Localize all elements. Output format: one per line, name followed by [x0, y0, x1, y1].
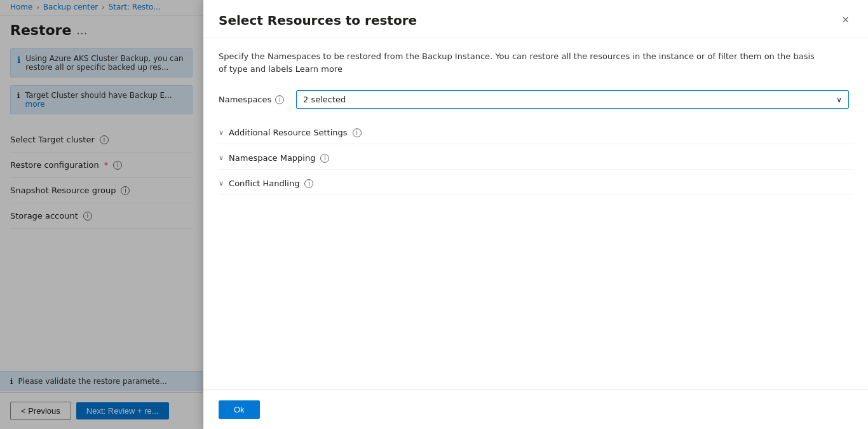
namespace-mapping-header[interactable]: ∨ Namespace Mapping i [219, 147, 853, 170]
modal-body: Specify the Namespaces to be restored fr… [203, 37, 868, 390]
modal-footer: Ok [203, 390, 868, 429]
ok-button[interactable]: Ok [219, 400, 260, 419]
conflict-handling-title: Conflict Handling [229, 179, 299, 188]
namespace-mapping-section: ∨ Namespace Mapping i [219, 147, 853, 170]
namespace-mapping-title: Namespace Mapping [229, 153, 315, 163]
additional-settings-info-icon: i [353, 128, 362, 137]
modal-description: Specify the Namespaces to be restored fr… [219, 50, 822, 75]
namespaces-label: Namespaces i [219, 95, 288, 104]
conflict-handling-section: ∨ Conflict Handling i [219, 172, 853, 195]
namespace-mapping-chevron-icon: ∨ [219, 154, 224, 162]
modal-select-resources: Select Resources to restore × Specify th… [203, 0, 868, 429]
conflict-handling-chevron-icon: ∨ [219, 179, 224, 187]
namespaces-info-icon: i [275, 95, 284, 104]
conflict-handling-header[interactable]: ∨ Conflict Handling i [219, 172, 853, 195]
namespaces-value: 2 selected [303, 95, 346, 104]
modal-close-button[interactable]: × [838, 13, 853, 27]
additional-resource-settings-header[interactable]: ∨ Additional Resource Settings i [219, 121, 853, 144]
conflict-handling-info-icon: i [304, 179, 313, 188]
additional-resource-settings-section: ∨ Additional Resource Settings i [219, 121, 853, 144]
modal-header: Select Resources to restore × [203, 0, 868, 37]
namespace-mapping-info-icon: i [320, 154, 329, 163]
modal-title: Select Resources to restore [219, 13, 417, 28]
namespaces-dropdown[interactable]: 2 selected ∨ [296, 90, 849, 109]
namespaces-dropdown-wrapper: 2 selected ∨ [296, 90, 849, 109]
dropdown-chevron-icon: ∨ [836, 95, 842, 104]
additional-settings-chevron-icon: ∨ [219, 128, 224, 137]
namespaces-field-row: Namespaces i 2 selected ∨ [219, 90, 853, 109]
additional-settings-title: Additional Resource Settings [229, 128, 347, 137]
